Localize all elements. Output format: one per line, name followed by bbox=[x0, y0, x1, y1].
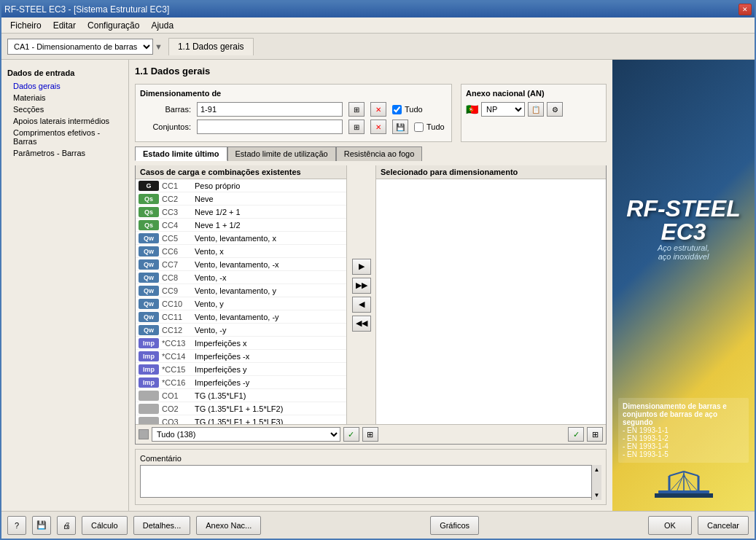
left-panel-header: Casos de carga e combinações existentes bbox=[136, 165, 346, 179]
sidebar-item-apoios[interactable]: Apoios laterais intermédios bbox=[1, 115, 128, 127]
right-grid-button[interactable]: ⊞ bbox=[587, 427, 603, 442]
conjuntos-delete-button[interactable]: ✕ bbox=[370, 120, 386, 134]
load-cases-list[interactable]: GCC1Peso próprioQsCC2NeveQsCC3Neve 1/2 +… bbox=[136, 179, 346, 424]
menu-ajuda[interactable]: Ajuda bbox=[145, 18, 179, 33]
close-button[interactable]: ✕ bbox=[739, 4, 752, 15]
graficos-button[interactable]: Gráficos bbox=[430, 516, 479, 535]
menu-editar[interactable]: Editar bbox=[47, 18, 82, 33]
list-item[interactable]: QwCC6Vento, x bbox=[136, 245, 346, 258]
arrow-col: ▶ ▶▶ ◀ ◀◀ bbox=[347, 165, 376, 424]
left-panel: Casos de carga e combinações existentes … bbox=[136, 165, 347, 424]
sidebar-item-dados-gerais[interactable]: Dados gerais bbox=[1, 80, 128, 92]
list-item[interactable]: Imp*CC16Imperfeições -y bbox=[136, 376, 346, 389]
sidebar-item-parametros[interactable]: Parâmetros - Barras bbox=[1, 147, 128, 159]
barras-tudo-label: Tudo bbox=[405, 105, 423, 114]
anexo-nacional-section: Anexo nacional (AN) 🇵🇹 NP EN DE 📋 ⚙ bbox=[461, 84, 607, 142]
content-area: 1.1 Dados gerais Dimensionamento de Barr… bbox=[129, 60, 612, 511]
title-bar: RF-STEEL EC3 - [Sistema Estrutural EC3] … bbox=[1, 1, 755, 17]
detalhes-button[interactable]: Detalhes... bbox=[133, 516, 191, 535]
arrow-right-button[interactable]: ▶ bbox=[352, 259, 371, 275]
conjuntos-tudo-checkbox[interactable] bbox=[414, 122, 424, 132]
bottom-icon-btn-1[interactable]: ? bbox=[7, 516, 26, 535]
tab-estado-limite-utilizacao[interactable]: Estado limite de utilização bbox=[227, 146, 336, 161]
list-item[interactable]: CO1TG (1.35*LF1) bbox=[136, 389, 346, 402]
list-item[interactable]: CO3TG (1.35*LF1 + 1.5*LF3) bbox=[136, 415, 346, 424]
list-item[interactable]: QwCC5Vento, levantamento, x bbox=[136, 232, 346, 245]
tab-estado-limite-ultimo[interactable]: Estado limite último bbox=[135, 146, 227, 161]
arrow-double-left-button[interactable]: ◀◀ bbox=[352, 316, 371, 332]
flag-icon: 🇵🇹 bbox=[466, 103, 478, 115]
conjuntos-search-button[interactable]: ⊞ bbox=[348, 120, 365, 134]
anexo-config-button[interactable]: ⚙ bbox=[547, 102, 563, 117]
sidebar-section-title: Dados de entrada bbox=[1, 66, 128, 80]
anexo-edit-button[interactable]: 📋 bbox=[528, 102, 544, 117]
list-item[interactable]: QwCC8Vento, -x bbox=[136, 271, 346, 284]
rf-subtitle: Aço estrutural,aço inoxidável bbox=[658, 243, 709, 261]
cancel-button[interactable]: Cancelar bbox=[698, 516, 749, 535]
module-selector[interactable]: CA1 - Dimensionamento de barras bbox=[7, 39, 153, 55]
conjuntos-input[interactable] bbox=[197, 120, 343, 134]
bottom-icon-btn-2[interactable]: 💾 bbox=[32, 516, 51, 535]
menu-ficheiro[interactable]: Ficheiro bbox=[4, 18, 47, 33]
list-item[interactable]: QwCC11Vento, levantamento, -y bbox=[136, 310, 346, 324]
anexo-nac-button[interactable]: Anexo Nac... bbox=[196, 516, 261, 535]
title-bar-title: RF-STEEL EC3 - [Sistema Estrutural EC3] bbox=[4, 4, 169, 15]
comentario-textarea[interactable] bbox=[140, 465, 601, 498]
scroll-up-icon[interactable]: ▲ bbox=[594, 466, 600, 473]
combo-select[interactable]: Tudo (138) bbox=[152, 427, 340, 442]
list-item[interactable]: GCC1Peso próprio bbox=[136, 179, 346, 192]
sidebar-item-comprimentos[interactable]: Comprimentos efetivos - Barras bbox=[1, 127, 128, 147]
image-panel: RF-STEELEC3 Aço estrutural,aço inoxidáve… bbox=[612, 60, 755, 511]
list-item[interactable]: QwCC10Vento, y bbox=[136, 297, 346, 310]
save-icon-2: 💾 bbox=[36, 520, 47, 529]
barras-row: Barras: ⊞ ✕ Tudo bbox=[140, 102, 447, 117]
barras-search-button[interactable]: ⊞ bbox=[348, 102, 365, 117]
bottom-icon-btn-3[interactable]: 🖨 bbox=[57, 516, 76, 535]
list-item[interactable]: QsCC2Neve bbox=[136, 192, 346, 206]
image-description: Dimensionamento de barras e conjuntos de… bbox=[618, 398, 749, 463]
sidebar-item-seccoes[interactable]: Secções bbox=[1, 103, 128, 115]
conjuntos-save-button[interactable]: 💾 bbox=[392, 120, 408, 134]
svg-line-3 bbox=[669, 471, 684, 476]
sidebar-item-materiais[interactable]: Materiais bbox=[1, 92, 128, 103]
arrow-left-button[interactable]: ◀ bbox=[352, 297, 371, 313]
module-tab-dados-gerais[interactable]: 1.1 Dados gerais bbox=[168, 38, 254, 55]
help-icon: ? bbox=[15, 521, 19, 530]
list-item[interactable]: QwCC9Vento, levantamento, y bbox=[136, 284, 346, 297]
bottom-check-button[interactable]: ✓ bbox=[343, 427, 359, 442]
list-item[interactable]: QsCC4Neve 1 + 1/2 bbox=[136, 219, 346, 232]
menu-configuracao[interactable]: Configuração bbox=[82, 18, 145, 33]
list-item[interactable]: Imp*CC15Imperfeições y bbox=[136, 363, 346, 376]
barras-delete-button[interactable]: ✕ bbox=[370, 102, 386, 117]
selected-list[interactable] bbox=[376, 179, 606, 424]
calculo-button[interactable]: Cálculo bbox=[82, 516, 128, 535]
scroll-down-icon[interactable]: ▼ bbox=[594, 492, 600, 498]
tab-resistencia-fogo[interactable]: Resistência ao fogo bbox=[336, 146, 423, 161]
list-item[interactable]: QwCC7Vento, levantamento, -x bbox=[136, 258, 346, 271]
list-item[interactable]: Imp*CC13Imperfeições x bbox=[136, 337, 346, 350]
dim-section-title: Dimensionamento de bbox=[140, 89, 447, 98]
comentario-section: Comentário ▲ ▼ bbox=[135, 449, 607, 505]
config-icon: ⚙ bbox=[552, 106, 558, 114]
list-item[interactable]: QsCC3Neve 1/2 + 1 bbox=[136, 206, 346, 219]
comentario-label: Comentário bbox=[140, 454, 601, 463]
list-item[interactable]: QwCC12Vento, -y bbox=[136, 324, 346, 337]
list-item[interactable]: CO2TG (1.35*LF1 + 1.5*LF2) bbox=[136, 402, 346, 415]
bottom-grid-button[interactable]: ⊞ bbox=[362, 427, 378, 442]
ok-button[interactable]: OK bbox=[648, 516, 692, 535]
barras-input[interactable] bbox=[197, 102, 343, 117]
barras-tudo-checkbox[interactable] bbox=[392, 105, 402, 114]
check-icon-2: ✓ bbox=[573, 430, 580, 439]
search-icon: ⊞ bbox=[354, 106, 359, 114]
list-item[interactable]: Imp*CC14Imperfeições -x bbox=[136, 350, 346, 363]
print-icon: 🖨 bbox=[63, 521, 71, 530]
right-check-button[interactable]: ✓ bbox=[568, 427, 584, 442]
save-icon: 💾 bbox=[396, 123, 405, 131]
arrow-double-right-button[interactable]: ▶▶ bbox=[352, 278, 371, 294]
anexo-country-select[interactable]: NP EN DE bbox=[481, 102, 525, 117]
bottom-toolbar: ? 💾 🖨 Cálculo Detalhes... Anexo Nac... G… bbox=[1, 511, 755, 539]
rf-logo: RF-STEELEC3 bbox=[626, 197, 740, 243]
conjuntos-tudo-label: Tudo bbox=[426, 122, 445, 131]
dropdown-arrow-icon: ▼ bbox=[155, 42, 163, 51]
app-title: RF-STEEL EC3 - [Sistema Estrutural EC3] bbox=[4, 4, 169, 15]
